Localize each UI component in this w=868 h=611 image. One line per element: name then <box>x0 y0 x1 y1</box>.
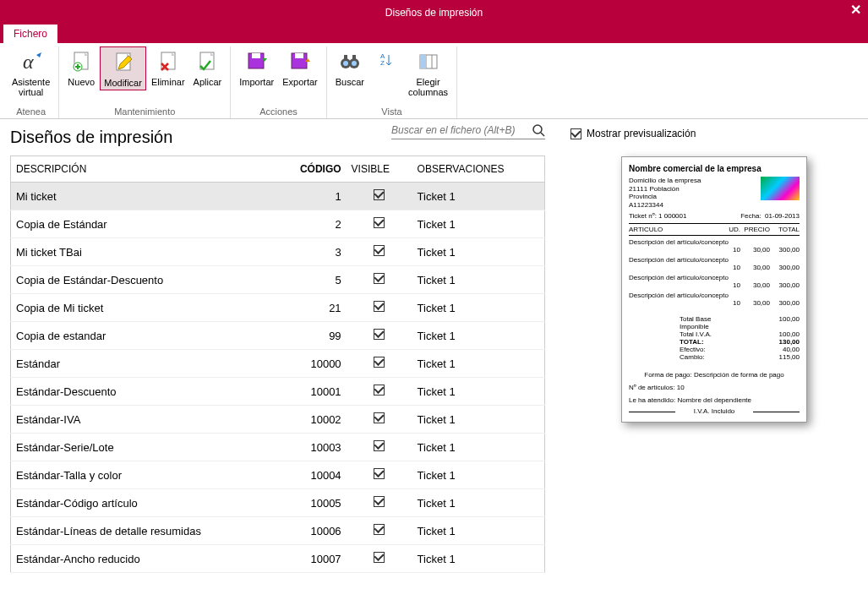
ribbon-button-label: Buscar <box>336 77 364 87</box>
svg-point-13 <box>352 61 357 66</box>
cell-observaciones: Ticket 1 <box>412 545 545 573</box>
cell-codigo: 10007 <box>276 545 346 573</box>
th-visible[interactable]: VISIBLE <box>347 156 412 183</box>
cell-visible[interactable] <box>347 406 412 434</box>
check-icon[interactable] <box>374 385 385 396</box>
svg-rect-15 <box>352 55 356 60</box>
table-row[interactable]: Copia de estandar99Ticket 1 <box>11 322 545 350</box>
check-icon[interactable] <box>374 217 385 228</box>
ribbon-columns-button[interactable]: Elegircolumnas <box>405 46 451 99</box>
table-row[interactable]: Estándar-IVA10002Ticket 1 <box>11 406 545 434</box>
search-icon[interactable] <box>532 123 545 137</box>
cell-visible[interactable] <box>347 183 412 210</box>
show-preview-label: Mostrar previsualización <box>587 128 696 139</box>
svg-line-23 <box>541 133 544 136</box>
doc-plus-icon <box>68 48 95 75</box>
doc-check-icon <box>194 48 221 75</box>
checkbox-icon[interactable] <box>570 128 581 139</box>
cell-descripcion: Estándar-Líneas de detalle resumidas <box>11 517 277 545</box>
table-row[interactable]: Copia de Mi ticket21Ticket 1 <box>11 294 545 322</box>
cell-codigo: 3 <box>276 238 346 266</box>
table-row[interactable]: Copia de Estándar2Ticket 1 <box>11 210 545 238</box>
cell-codigo: 99 <box>276 322 346 350</box>
check-icon[interactable] <box>374 440 385 451</box>
check-icon[interactable] <box>374 496 385 507</box>
ribbon-alpha-button[interactable]: αAsistentevirtual <box>8 46 53 99</box>
ribbon-doc-plus-button[interactable]: Nuevo <box>64 46 98 90</box>
cell-descripcion: Copia de Estándar-Descuento <box>11 266 277 294</box>
cell-visible[interactable] <box>347 266 412 294</box>
search-field[interactable] <box>391 123 545 139</box>
cell-visible[interactable] <box>347 238 412 266</box>
ribbon-binoc-button[interactable]: Buscar <box>332 46 368 99</box>
cell-visible[interactable] <box>347 294 412 322</box>
svg-text:Z: Z <box>380 59 385 67</box>
table-row[interactable]: Estándar-Ancho reducido10007Ticket 1 <box>11 545 545 573</box>
search-input[interactable] <box>391 124 527 136</box>
cell-codigo: 10001 <box>276 378 346 406</box>
cell-observaciones: Ticket 1 <box>412 210 545 238</box>
tab-fichero[interactable]: Fichero <box>3 25 57 43</box>
ribbon-doc-check-button[interactable]: Aplicar <box>190 46 226 90</box>
ribbon-doc-pencil-button[interactable]: Modificar <box>100 46 146 90</box>
table-row[interactable]: Mi ticket1Ticket 1 <box>11 183 545 210</box>
cell-visible[interactable] <box>347 210 412 238</box>
sort-icon: AZ <box>373 48 400 75</box>
check-icon[interactable] <box>374 468 385 479</box>
check-icon[interactable] <box>374 524 385 535</box>
check-icon[interactable] <box>374 412 385 423</box>
svg-rect-14 <box>344 55 347 60</box>
check-icon[interactable] <box>374 329 385 340</box>
cell-visible[interactable] <box>347 322 412 350</box>
ribbon-doc-x-button[interactable]: Eliminar <box>148 46 188 90</box>
binoc-icon <box>336 48 363 75</box>
check-icon[interactable] <box>374 301 385 312</box>
table-row[interactable]: Estándar-Descuento10001Ticket 1 <box>11 378 545 406</box>
pv-forma-pago: Forma de pago: Descripción de forma de p… <box>629 371 800 379</box>
table-row[interactable]: Estándar-Líneas de detalle resumidas1000… <box>11 517 545 545</box>
pv-table-header: ARTICULO UD. PRECIO TOTAL <box>629 223 800 236</box>
cell-codigo: 1 <box>276 183 346 210</box>
cell-observaciones: Ticket 1 <box>412 294 545 322</box>
check-icon[interactable] <box>374 357 385 368</box>
cell-observaciones: Ticket 1 <box>412 517 545 545</box>
check-icon[interactable] <box>374 552 385 563</box>
cell-visible[interactable] <box>347 517 412 545</box>
ribbon-button-label: Nuevo <box>68 77 95 87</box>
ribbon-sort-button[interactable]: AZ <box>369 46 403 99</box>
cell-observaciones: Ticket 1 <box>412 183 545 210</box>
pv-iva-incluido: I.V.A. Incluido <box>629 407 800 415</box>
table-row[interactable]: Estándar10000Ticket 1 <box>11 350 545 378</box>
table-row[interactable]: Copia de Estándar-Descuento5Ticket 1 <box>11 266 545 294</box>
columns-icon <box>415 48 442 75</box>
cell-visible[interactable] <box>347 350 412 378</box>
th-descripcion[interactable]: DESCRIPCIÓN <box>11 156 277 183</box>
show-preview-checkbox[interactable]: Mostrar previsualización <box>570 128 858 139</box>
th-codigo[interactable]: CÓDIGO <box>276 156 346 183</box>
cell-descripcion: Mi ticket TBai <box>11 238 277 266</box>
ribbon-disk-in-button[interactable]: Importar <box>236 46 277 89</box>
close-icon[interactable]: ✕ <box>850 2 861 18</box>
cell-visible[interactable] <box>347 434 412 461</box>
ribbon-group-label: Atenea <box>16 106 46 117</box>
cell-visible[interactable] <box>347 461 412 489</box>
designs-table: DESCRIPCIÓN CÓDIGO VISIBLE OBSERVACIONES… <box>10 155 545 573</box>
check-icon[interactable] <box>374 245 385 256</box>
svg-point-12 <box>343 61 348 66</box>
svg-rect-9 <box>295 53 303 58</box>
check-icon[interactable] <box>374 189 385 200</box>
check-icon[interactable] <box>374 273 385 284</box>
cell-visible[interactable] <box>347 545 412 573</box>
ribbon-group: NuevoModificarEliminarAplicarMantenimien… <box>59 46 231 118</box>
ribbon-button-label: Eliminar <box>151 77 185 87</box>
cell-visible[interactable] <box>347 489 412 517</box>
table-row[interactable]: Estándar-Talla y color10004Ticket 1 <box>11 461 545 489</box>
table-row[interactable]: Estándar-Código artículo10005Ticket 1 <box>11 489 545 517</box>
pv-line-item: Descripción del artículo/concepto1030,00… <box>629 292 800 307</box>
ribbon-disk-out-button[interactable]: Exportar <box>279 46 321 89</box>
disk-in-icon <box>243 48 270 75</box>
table-row[interactable]: Estándar-Serie/Lote10003Ticket 1 <box>11 434 545 461</box>
table-row[interactable]: Mi ticket TBai3Ticket 1 <box>11 238 545 266</box>
th-observaciones[interactable]: OBSERVACIONES <box>412 156 545 183</box>
cell-visible[interactable] <box>347 378 412 406</box>
